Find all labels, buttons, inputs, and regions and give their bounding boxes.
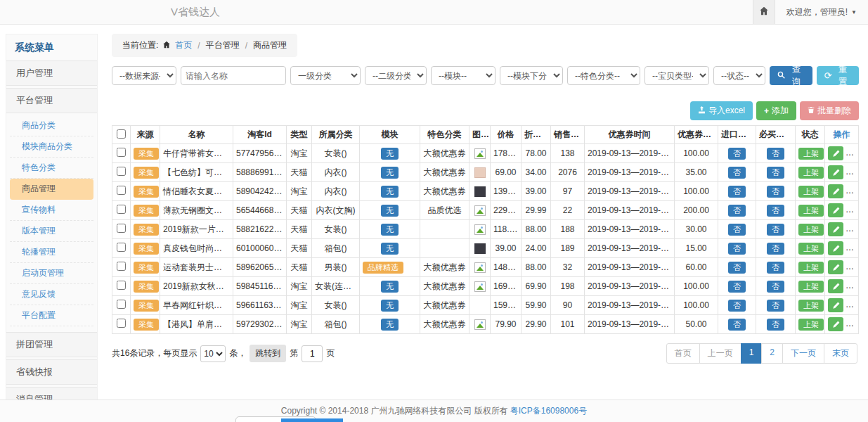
row-checkbox[interactable]	[117, 262, 126, 271]
user-menu[interactable]: 欢迎您，管理员! ▼	[775, 0, 868, 24]
status-toggle[interactable]: 上架	[798, 281, 824, 293]
row-checkbox[interactable]	[117, 148, 126, 157]
must-buy-toggle[interactable]: 否	[767, 148, 784, 160]
add-button[interactable]: + 添加	[756, 101, 796, 120]
column-header: 优惠券金额	[675, 126, 718, 144]
filter-select-2[interactable]: 一级分类	[290, 66, 361, 85]
status-toggle[interactable]: 上架	[798, 205, 824, 217]
per-page-select[interactable]: 10	[200, 345, 226, 362]
must-buy-toggle[interactable]: 否	[767, 300, 784, 312]
coupon-time: 2019-09-13—2019-09-20	[585, 239, 675, 258]
sidebar-item-13[interactable]: 省钱快报	[6, 359, 97, 385]
row-checkbox[interactable]	[117, 205, 126, 214]
filter-select-7[interactable]: --宝贝类型--	[644, 66, 709, 85]
home-button[interactable]	[753, 0, 775, 24]
filter-select-0[interactable]: --数据来源--	[112, 66, 176, 85]
sidebar-subitem-9[interactable]: 启动页管理	[10, 263, 93, 284]
sidebar-subitem-2[interactable]: 商品分类	[10, 115, 93, 136]
must-buy-toggle[interactable]: 否	[767, 224, 784, 236]
row-checkbox[interactable]	[117, 224, 126, 233]
jump-button[interactable]: 跳转到	[250, 345, 286, 362]
sidebar-subitem-7[interactable]: 版本管理	[10, 221, 93, 242]
reset-button[interactable]: ⟳ 重置	[817, 66, 859, 85]
price: 118.00	[491, 220, 522, 239]
coupon-amount: 50.00	[675, 315, 718, 334]
imported-toggle[interactable]: 否	[728, 224, 746, 236]
imported-toggle[interactable]: 否	[728, 300, 746, 312]
select-all-checkbox[interactable]	[117, 129, 126, 139]
sidebar-subitem-6[interactable]: 宣传物料	[10, 200, 93, 221]
edit-button[interactable]	[828, 184, 843, 198]
status-toggle[interactable]: 上架	[798, 243, 824, 255]
edit-button[interactable]	[828, 298, 843, 312]
filter-select-4[interactable]: --模块--	[431, 66, 495, 85]
must-buy-toggle[interactable]: 否	[767, 186, 784, 198]
sidebar-item-1[interactable]: 平台管理	[6, 88, 97, 113]
must-buy-toggle[interactable]: 否	[767, 262, 784, 274]
table-header-row: 来源名称淘客Id类型所属分类模块特色分类图标价格折后价销售数量优惠券时间优惠券金…	[112, 126, 859, 144]
status-toggle[interactable]: 上架	[798, 319, 824, 331]
imported-toggle[interactable]: 否	[728, 281, 746, 293]
row-checkbox[interactable]	[117, 319, 126, 328]
name-search-input[interactable]	[181, 66, 286, 85]
table-row: 采集薄款无钢圈文胸聚拢性...565446685867天猫内衣(文胸)无品质优选…	[112, 201, 859, 220]
sidebar-item-12[interactable]: 拼团管理	[6, 332, 97, 357]
sidebar-subitem-11[interactable]: 平台配置	[10, 305, 93, 326]
sidebar-subitem-4[interactable]: 特色分类	[10, 158, 93, 179]
status-toggle[interactable]: 上架	[798, 262, 824, 274]
row-checkbox[interactable]	[117, 300, 126, 309]
search-button[interactable]: 查询	[770, 66, 812, 85]
status-toggle[interactable]: 上架	[798, 300, 824, 312]
status-toggle[interactable]: 上架	[798, 148, 824, 160]
imported-toggle[interactable]: 否	[728, 186, 746, 198]
edit-button[interactable]	[828, 222, 843, 236]
page-button-1[interactable]: 1	[741, 343, 763, 364]
must-buy-toggle[interactable]: 否	[767, 243, 784, 255]
edit-button[interactable]	[828, 203, 843, 217]
sidebar-subitem-5[interactable]: 商品管理	[10, 179, 93, 200]
filter-select-8[interactable]: --状态--	[713, 66, 765, 85]
filter-select-6[interactable]: --特色分类--	[567, 66, 640, 85]
edit-button[interactable]	[828, 146, 843, 160]
product-type: 天猫	[287, 163, 312, 182]
icp-link[interactable]: 粤ICP备16098006号	[510, 405, 587, 417]
status-toggle[interactable]: 上架	[798, 224, 824, 236]
coupon-time: 2019-09-13—2019-09-17	[585, 296, 675, 315]
product-name: 牛仔背带裤女秋装减龄...	[160, 144, 233, 163]
row-checkbox[interactable]	[117, 243, 126, 252]
edit-button[interactable]	[828, 241, 843, 255]
filter-select-5[interactable]: --模块下分类--	[500, 66, 563, 85]
page-button-2[interactable]: 2	[761, 343, 783, 364]
breadcrumb-home-link[interactable]: 首页	[175, 39, 192, 51]
page-button-下一页[interactable]: 下一页	[782, 343, 824, 364]
sidebar-subitem-10[interactable]: 意见反馈	[10, 284, 93, 305]
must-buy-toggle[interactable]: 否	[767, 281, 784, 293]
edit-button[interactable]	[828, 260, 843, 274]
filter-select-3[interactable]: --二级分类--	[365, 66, 427, 85]
imported-toggle[interactable]: 否	[728, 205, 746, 217]
must-buy-toggle[interactable]: 否	[767, 319, 784, 331]
status-toggle[interactable]: 上架	[798, 186, 824, 198]
imported-toggle[interactable]: 否	[728, 167, 746, 179]
page-button-末页[interactable]: 末页	[824, 343, 857, 364]
row-checkbox[interactable]	[117, 281, 126, 290]
row-checkbox[interactable]	[117, 167, 126, 176]
import-excel-button[interactable]: 导入excel	[690, 101, 753, 120]
sidebar-subitem-8[interactable]: 轮播管理	[10, 242, 93, 263]
must-buy-toggle[interactable]: 否	[767, 205, 784, 217]
jump-page-input[interactable]	[302, 345, 323, 362]
row-checkbox[interactable]	[117, 186, 126, 195]
imported-toggle[interactable]: 否	[728, 243, 746, 255]
imported-toggle[interactable]: 否	[728, 148, 746, 160]
edit-button[interactable]	[828, 279, 843, 293]
imported-toggle[interactable]: 否	[728, 319, 746, 331]
edit-button[interactable]	[828, 317, 843, 331]
product-type: 天猫	[287, 258, 312, 277]
must-buy-toggle[interactable]: 否	[767, 167, 784, 179]
imported-toggle[interactable]: 否	[728, 262, 746, 274]
edit-button[interactable]	[828, 165, 843, 179]
status-toggle[interactable]: 上架	[798, 167, 824, 179]
sidebar-subitem-3[interactable]: 模块商品分类	[10, 136, 93, 158]
batch-delete-button[interactable]: 批量删除	[800, 101, 859, 120]
sidebar-item-0[interactable]: 用户管理	[6, 60, 97, 86]
